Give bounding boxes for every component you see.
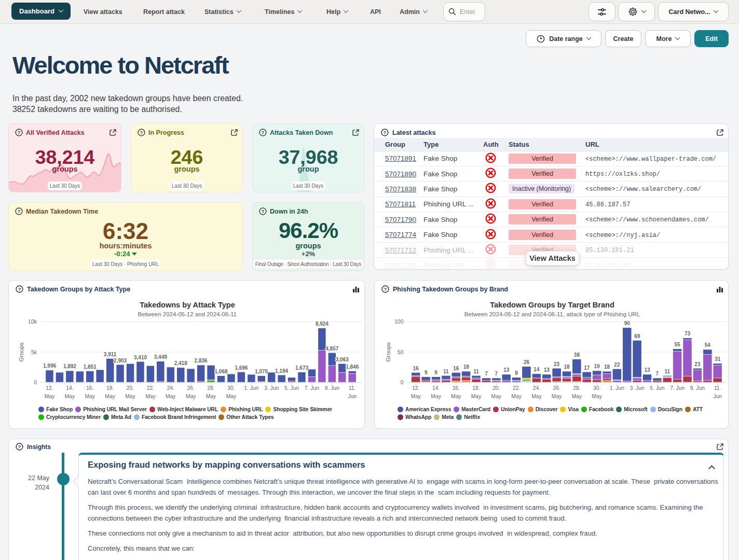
svg-text:May: May (65, 394, 75, 399)
svg-text:1,696: 1,696 (235, 365, 248, 371)
svg-text:May: May (411, 394, 421, 399)
svg-text:9. Jun: 9. Jun (325, 385, 339, 391)
svg-text:30.: 30. (227, 385, 235, 391)
svg-text:May: May (105, 394, 115, 399)
svg-text:?: ? (18, 444, 21, 450)
svg-text:May: May (451, 394, 461, 399)
svg-text:May: May (85, 394, 95, 399)
svg-text:7: 7 (656, 371, 659, 376)
svg-text:14: 14 (533, 367, 540, 372)
svg-text:22.: 22. (513, 385, 520, 391)
svg-text:23: 23 (694, 361, 701, 367)
svg-text:3. Jun: 3. Jun (264, 385, 279, 391)
svg-text:31: 31 (715, 356, 721, 362)
svg-text:May: May (45, 394, 55, 399)
svg-text:11.: 11. (714, 385, 721, 391)
svg-text:22.: 22. (147, 385, 154, 391)
svg-text:May: May (531, 394, 542, 399)
svg-text:16.: 16. (453, 385, 460, 391)
svg-text:1,068: 1,068 (214, 369, 227, 374)
svg-text:11: 11 (443, 369, 449, 374)
svg-text:7: 7 (495, 371, 498, 376)
svg-text:9: 9 (425, 370, 428, 375)
svg-text:1,846: 1,846 (346, 364, 359, 370)
svg-text:8: 8 (515, 370, 518, 376)
svg-text:May: May (431, 394, 441, 399)
svg-text:1,892: 1,892 (63, 363, 76, 369)
svg-text:50: 50 (398, 349, 404, 355)
svg-text:18: 18 (463, 364, 470, 370)
svg-text:May: May (166, 394, 176, 399)
svg-text:18: 18 (564, 364, 570, 370)
svg-text:38: 38 (574, 352, 580, 358)
svg-text:May: May (491, 394, 502, 399)
svg-text:1,996: 1,996 (43, 363, 56, 369)
svg-text:3,911: 3,911 (104, 352, 117, 357)
svg-text:18: 18 (604, 364, 610, 370)
svg-text:23: 23 (554, 361, 560, 367)
svg-text:May: May (511, 394, 522, 399)
svg-text:28.: 28. (573, 385, 580, 391)
svg-text:20.: 20. (492, 385, 500, 391)
svg-text:?: ? (18, 209, 21, 214)
svg-text:2,418: 2,418 (174, 360, 187, 366)
svg-text:Groups: Groups (385, 342, 391, 362)
svg-text:May: May (125, 394, 135, 399)
svg-text:May: May (552, 394, 562, 399)
svg-text:90: 90 (624, 320, 631, 326)
svg-text:1,075: 1,075 (255, 369, 268, 374)
svg-text:May: May (572, 394, 582, 399)
svg-text:7: 7 (485, 371, 488, 376)
svg-text:9: 9 (434, 370, 437, 375)
svg-text:18.: 18. (106, 385, 114, 391)
svg-text:0: 0 (401, 379, 404, 385)
svg-text:11.: 11. (349, 385, 356, 391)
svg-text:16: 16 (453, 366, 459, 371)
svg-text:1,194: 1,194 (275, 368, 288, 374)
svg-text:3. Jun: 3. Jun (630, 385, 645, 391)
svg-text:May: May (592, 394, 602, 399)
svg-text:May: May (226, 394, 237, 399)
svg-text:3,410: 3,410 (134, 355, 147, 360)
svg-text:1. Jun: 1. Jun (610, 385, 624, 391)
svg-text:17: 17 (584, 365, 590, 371)
svg-text:28.: 28. (207, 385, 214, 391)
svg-text:54: 54 (705, 342, 711, 348)
svg-text:5. Jun: 5. Jun (284, 385, 299, 391)
svg-text:1,851: 1,851 (84, 364, 97, 370)
svg-text:Between 2024-05-12 and 2024-06: Between 2024-05-12 and 2024-06-11 (138, 311, 237, 317)
svg-text:?: ? (18, 130, 21, 135)
svg-text:69: 69 (634, 333, 640, 339)
svg-text:11: 11 (473, 369, 479, 374)
svg-text:?: ? (262, 209, 265, 214)
svg-text:0: 0 (34, 379, 37, 385)
svg-text:26.: 26. (553, 385, 560, 391)
svg-text:7. Jun: 7. Jun (670, 385, 685, 391)
svg-text:May: May (186, 394, 196, 399)
svg-text:55: 55 (675, 342, 681, 347)
svg-text:May: May (471, 394, 482, 399)
svg-text:100: 100 (394, 318, 404, 325)
svg-text:Jun: Jun (713, 394, 722, 399)
svg-text:13: 13 (644, 367, 650, 373)
svg-text:14.: 14. (432, 385, 440, 391)
svg-text:10k: 10k (28, 318, 37, 325)
svg-text:Jun: Jun (348, 394, 357, 399)
svg-text:26.: 26. (187, 385, 195, 391)
svg-text:4,857: 4,857 (325, 346, 338, 352)
svg-text:5. Jun: 5. Jun (650, 385, 664, 391)
svg-text:May: May (206, 394, 216, 399)
svg-text:14.: 14. (66, 385, 73, 391)
svg-text:18.: 18. (472, 385, 480, 391)
svg-text:3,063: 3,063 (336, 357, 349, 362)
svg-text:30.: 30. (593, 385, 600, 391)
svg-text:26: 26 (524, 359, 530, 365)
svg-text:9. Jun: 9. Jun (690, 385, 705, 391)
svg-text:Between 2024-05-12 and 2024-06: Between 2024-05-12 and 2024-06-11, attac… (464, 311, 640, 317)
svg-text:5k: 5k (31, 349, 37, 355)
svg-text:13: 13 (544, 367, 550, 373)
svg-text:19: 19 (594, 363, 600, 369)
svg-text:73: 73 (685, 331, 691, 337)
svg-text:2,903: 2,903 (114, 358, 127, 363)
svg-text:12.: 12. (412, 385, 419, 391)
